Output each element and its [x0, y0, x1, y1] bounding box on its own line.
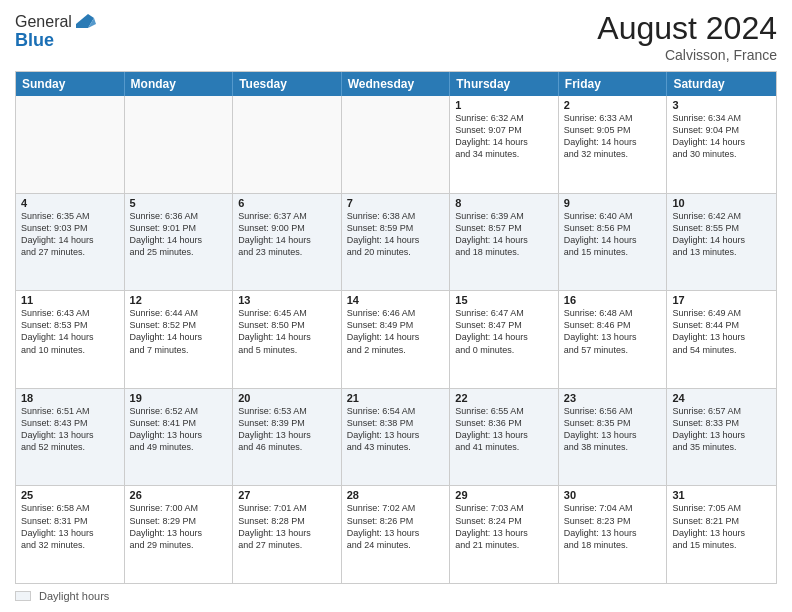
- day-number: 13: [238, 294, 336, 306]
- day-number: 19: [130, 392, 228, 404]
- weekday-tuesday: Tuesday: [233, 72, 342, 96]
- day-number: 26: [130, 489, 228, 501]
- cell-info: Sunrise: 6:42 AM Sunset: 8:55 PM Dayligh…: [672, 210, 771, 259]
- day-number: 6: [238, 197, 336, 209]
- day-number: 3: [672, 99, 771, 111]
- cell-info: Sunrise: 6:36 AM Sunset: 9:01 PM Dayligh…: [130, 210, 228, 259]
- calendar-cell: 19Sunrise: 6:52 AM Sunset: 8:41 PM Dayli…: [125, 389, 234, 486]
- cell-info: Sunrise: 6:48 AM Sunset: 8:46 PM Dayligh…: [564, 307, 662, 356]
- calendar-cell: 26Sunrise: 7:00 AM Sunset: 8:29 PM Dayli…: [125, 486, 234, 583]
- calendar-cell: 12Sunrise: 6:44 AM Sunset: 8:52 PM Dayli…: [125, 291, 234, 388]
- calendar-row: 1Sunrise: 6:32 AM Sunset: 9:07 PM Daylig…: [16, 96, 776, 193]
- calendar-cell: 3Sunrise: 6:34 AM Sunset: 9:04 PM Daylig…: [667, 96, 776, 193]
- weekday-sunday: Sunday: [16, 72, 125, 96]
- cell-info: Sunrise: 6:37 AM Sunset: 9:00 PM Dayligh…: [238, 210, 336, 259]
- calendar-row: 4Sunrise: 6:35 AM Sunset: 9:03 PM Daylig…: [16, 193, 776, 291]
- day-number: 8: [455, 197, 553, 209]
- title-section: August 2024 Calvisson, France: [597, 10, 777, 63]
- page: General Blue August 2024 Calvisson, Fran…: [0, 0, 792, 612]
- cell-info: Sunrise: 7:02 AM Sunset: 8:26 PM Dayligh…: [347, 502, 445, 551]
- calendar-cell: 1Sunrise: 6:32 AM Sunset: 9:07 PM Daylig…: [450, 96, 559, 193]
- calendar-cell: 2Sunrise: 6:33 AM Sunset: 9:05 PM Daylig…: [559, 96, 668, 193]
- cell-info: Sunrise: 6:54 AM Sunset: 8:38 PM Dayligh…: [347, 405, 445, 454]
- cell-info: Sunrise: 6:33 AM Sunset: 9:05 PM Dayligh…: [564, 112, 662, 161]
- day-number: 17: [672, 294, 771, 306]
- calendar-cell: 24Sunrise: 6:57 AM Sunset: 8:33 PM Dayli…: [667, 389, 776, 486]
- calendar-cell: [342, 96, 451, 193]
- calendar-cell: 28Sunrise: 7:02 AM Sunset: 8:26 PM Dayli…: [342, 486, 451, 583]
- calendar-cell: [125, 96, 234, 193]
- weekday-wednesday: Wednesday: [342, 72, 451, 96]
- cell-info: Sunrise: 6:49 AM Sunset: 8:44 PM Dayligh…: [672, 307, 771, 356]
- day-number: 15: [455, 294, 553, 306]
- day-number: 22: [455, 392, 553, 404]
- day-number: 11: [21, 294, 119, 306]
- cell-info: Sunrise: 6:51 AM Sunset: 8:43 PM Dayligh…: [21, 405, 119, 454]
- cell-info: Sunrise: 6:58 AM Sunset: 8:31 PM Dayligh…: [21, 502, 119, 551]
- calendar-cell: 7Sunrise: 6:38 AM Sunset: 8:59 PM Daylig…: [342, 194, 451, 291]
- day-number: 28: [347, 489, 445, 501]
- calendar-row: 11Sunrise: 6:43 AM Sunset: 8:53 PM Dayli…: [16, 290, 776, 388]
- day-number: 30: [564, 489, 662, 501]
- cell-info: Sunrise: 6:44 AM Sunset: 8:52 PM Dayligh…: [130, 307, 228, 356]
- calendar-cell: [16, 96, 125, 193]
- cell-info: Sunrise: 7:05 AM Sunset: 8:21 PM Dayligh…: [672, 502, 771, 551]
- legend-label: Daylight hours: [39, 590, 109, 602]
- day-number: 18: [21, 392, 119, 404]
- weekday-monday: Monday: [125, 72, 234, 96]
- calendar-cell: 8Sunrise: 6:39 AM Sunset: 8:57 PM Daylig…: [450, 194, 559, 291]
- day-number: 16: [564, 294, 662, 306]
- header: General Blue August 2024 Calvisson, Fran…: [15, 10, 777, 63]
- cell-info: Sunrise: 6:57 AM Sunset: 8:33 PM Dayligh…: [672, 405, 771, 454]
- day-number: 14: [347, 294, 445, 306]
- weekday-thursday: Thursday: [450, 72, 559, 96]
- cell-info: Sunrise: 6:40 AM Sunset: 8:56 PM Dayligh…: [564, 210, 662, 259]
- calendar-row: 18Sunrise: 6:51 AM Sunset: 8:43 PM Dayli…: [16, 388, 776, 486]
- cell-info: Sunrise: 6:32 AM Sunset: 9:07 PM Dayligh…: [455, 112, 553, 161]
- calendar-cell: 30Sunrise: 7:04 AM Sunset: 8:23 PM Dayli…: [559, 486, 668, 583]
- calendar: Sunday Monday Tuesday Wednesday Thursday…: [15, 71, 777, 584]
- logo-general-text: General: [15, 13, 72, 31]
- location-subtitle: Calvisson, France: [597, 47, 777, 63]
- calendar-cell: 25Sunrise: 6:58 AM Sunset: 8:31 PM Dayli…: [16, 486, 125, 583]
- calendar-cell: 14Sunrise: 6:46 AM Sunset: 8:49 PM Dayli…: [342, 291, 451, 388]
- day-number: 9: [564, 197, 662, 209]
- calendar-cell: 22Sunrise: 6:55 AM Sunset: 8:36 PM Dayli…: [450, 389, 559, 486]
- calendar-cell: 23Sunrise: 6:56 AM Sunset: 8:35 PM Dayli…: [559, 389, 668, 486]
- calendar-cell: [233, 96, 342, 193]
- cell-info: Sunrise: 6:46 AM Sunset: 8:49 PM Dayligh…: [347, 307, 445, 356]
- day-number: 20: [238, 392, 336, 404]
- cell-info: Sunrise: 6:38 AM Sunset: 8:59 PM Dayligh…: [347, 210, 445, 259]
- cell-info: Sunrise: 7:01 AM Sunset: 8:28 PM Dayligh…: [238, 502, 336, 551]
- cell-info: Sunrise: 7:04 AM Sunset: 8:23 PM Dayligh…: [564, 502, 662, 551]
- day-number: 24: [672, 392, 771, 404]
- cell-info: Sunrise: 6:55 AM Sunset: 8:36 PM Dayligh…: [455, 405, 553, 454]
- weekday-saturday: Saturday: [667, 72, 776, 96]
- day-number: 4: [21, 197, 119, 209]
- calendar-row: 25Sunrise: 6:58 AM Sunset: 8:31 PM Dayli…: [16, 485, 776, 583]
- calendar-cell: 11Sunrise: 6:43 AM Sunset: 8:53 PM Dayli…: [16, 291, 125, 388]
- day-number: 21: [347, 392, 445, 404]
- day-number: 27: [238, 489, 336, 501]
- calendar-header: Sunday Monday Tuesday Wednesday Thursday…: [16, 72, 776, 96]
- day-number: 25: [21, 489, 119, 501]
- calendar-cell: 21Sunrise: 6:54 AM Sunset: 8:38 PM Dayli…: [342, 389, 451, 486]
- calendar-cell: 9Sunrise: 6:40 AM Sunset: 8:56 PM Daylig…: [559, 194, 668, 291]
- calendar-cell: 16Sunrise: 6:48 AM Sunset: 8:46 PM Dayli…: [559, 291, 668, 388]
- logo-icon: [74, 10, 98, 34]
- calendar-cell: 4Sunrise: 6:35 AM Sunset: 9:03 PM Daylig…: [16, 194, 125, 291]
- logo: General Blue: [15, 10, 98, 51]
- calendar-body: 1Sunrise: 6:32 AM Sunset: 9:07 PM Daylig…: [16, 96, 776, 583]
- day-number: 2: [564, 99, 662, 111]
- cell-info: Sunrise: 6:53 AM Sunset: 8:39 PM Dayligh…: [238, 405, 336, 454]
- calendar-cell: 18Sunrise: 6:51 AM Sunset: 8:43 PM Dayli…: [16, 389, 125, 486]
- cell-info: Sunrise: 6:35 AM Sunset: 9:03 PM Dayligh…: [21, 210, 119, 259]
- day-number: 7: [347, 197, 445, 209]
- weekday-friday: Friday: [559, 72, 668, 96]
- calendar-cell: 5Sunrise: 6:36 AM Sunset: 9:01 PM Daylig…: [125, 194, 234, 291]
- cell-info: Sunrise: 6:56 AM Sunset: 8:35 PM Dayligh…: [564, 405, 662, 454]
- cell-info: Sunrise: 7:03 AM Sunset: 8:24 PM Dayligh…: [455, 502, 553, 551]
- footer: Daylight hours: [15, 590, 777, 602]
- calendar-cell: 17Sunrise: 6:49 AM Sunset: 8:44 PM Dayli…: [667, 291, 776, 388]
- day-number: 23: [564, 392, 662, 404]
